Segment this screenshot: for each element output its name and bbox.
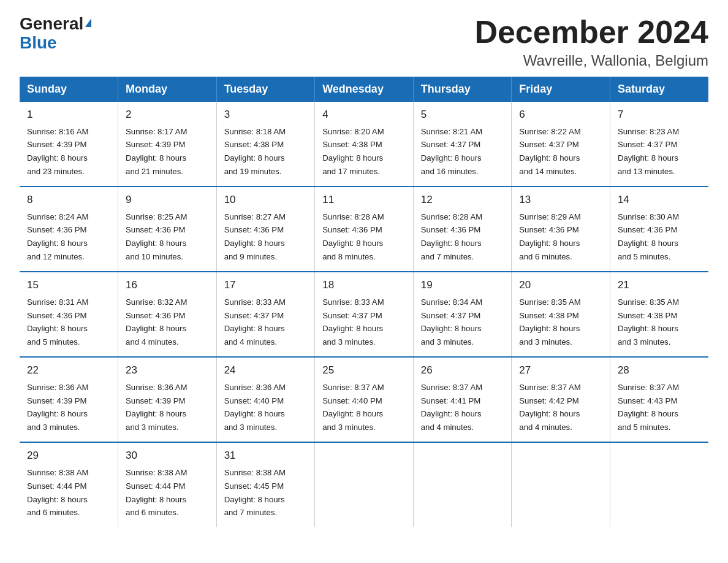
table-row: 14 Sunrise: 8:30 AMSunset: 4:36 PMDaylig… bbox=[610, 186, 708, 272]
day-info: Sunrise: 8:28 AMSunset: 4:36 PMDaylight:… bbox=[421, 212, 482, 262]
day-number: 22 bbox=[27, 362, 112, 378]
calendar-week-row: 8 Sunrise: 8:24 AMSunset: 4:36 PMDayligh… bbox=[20, 186, 708, 272]
table-row: 24 Sunrise: 8:36 AMSunset: 4:40 PMDaylig… bbox=[216, 357, 315, 442]
col-friday: Friday bbox=[512, 77, 610, 102]
table-row bbox=[413, 442, 512, 527]
calendar-header-row: Sunday Monday Tuesday Wednesday Thursday… bbox=[20, 77, 708, 102]
table-row: 2 Sunrise: 8:17 AMSunset: 4:39 PMDayligh… bbox=[118, 102, 217, 186]
logo: General Blue bbox=[20, 15, 91, 53]
day-number: 3 bbox=[224, 107, 309, 123]
table-row: 17 Sunrise: 8:33 AMSunset: 4:37 PMDaylig… bbox=[216, 272, 315, 357]
table-row: 13 Sunrise: 8:29 AMSunset: 4:36 PMDaylig… bbox=[512, 186, 610, 272]
table-row: 11 Sunrise: 8:28 AMSunset: 4:36 PMDaylig… bbox=[315, 186, 414, 272]
calendar-subtitle: Wavreille, Wallonia, Belgium bbox=[474, 52, 708, 69]
table-row: 23 Sunrise: 8:36 AMSunset: 4:39 PMDaylig… bbox=[118, 357, 217, 442]
page: General Blue December 2024 Wavreille, Wa… bbox=[0, 0, 728, 542]
day-info: Sunrise: 8:20 AMSunset: 4:38 PMDaylight:… bbox=[322, 127, 384, 177]
day-number: 25 bbox=[322, 362, 407, 378]
table-row bbox=[315, 442, 414, 527]
day-info: Sunrise: 8:37 AMSunset: 4:43 PMDaylight:… bbox=[618, 383, 679, 432]
day-number: 21 bbox=[618, 277, 702, 293]
table-row: 3 Sunrise: 8:18 AMSunset: 4:38 PMDayligh… bbox=[216, 102, 315, 186]
day-info: Sunrise: 8:36 AMSunset: 4:39 PMDaylight:… bbox=[126, 383, 187, 432]
day-number: 19 bbox=[421, 277, 506, 293]
day-info: Sunrise: 8:25 AMSunset: 4:36 PMDaylight:… bbox=[126, 212, 187, 262]
logo-general: General bbox=[20, 14, 83, 33]
table-row: 25 Sunrise: 8:37 AMSunset: 4:40 PMDaylig… bbox=[315, 357, 414, 442]
table-row: 10 Sunrise: 8:27 AMSunset: 4:36 PMDaylig… bbox=[216, 186, 315, 272]
day-info: Sunrise: 8:37 AMSunset: 4:42 PMDaylight:… bbox=[519, 383, 580, 432]
day-info: Sunrise: 8:27 AMSunset: 4:36 PMDaylight:… bbox=[224, 212, 286, 262]
day-number: 2 bbox=[126, 107, 210, 123]
day-info: Sunrise: 8:21 AMSunset: 4:37 PMDaylight:… bbox=[421, 127, 482, 177]
day-info: Sunrise: 8:38 AMSunset: 4:44 PMDaylight:… bbox=[27, 468, 88, 518]
day-info: Sunrise: 8:36 AMSunset: 4:39 PMDaylight:… bbox=[27, 383, 88, 432]
day-number: 5 bbox=[421, 107, 506, 123]
day-number: 12 bbox=[421, 192, 506, 208]
day-info: Sunrise: 8:35 AMSunset: 4:38 PMDaylight:… bbox=[618, 297, 679, 347]
table-row: 26 Sunrise: 8:37 AMSunset: 4:41 PMDaylig… bbox=[413, 357, 512, 442]
table-row: 27 Sunrise: 8:37 AMSunset: 4:42 PMDaylig… bbox=[512, 357, 610, 442]
calendar-week-row: 1 Sunrise: 8:16 AMSunset: 4:39 PMDayligh… bbox=[20, 102, 708, 186]
day-info: Sunrise: 8:32 AMSunset: 4:36 PMDaylight:… bbox=[126, 297, 187, 347]
day-info: Sunrise: 8:28 AMSunset: 4:36 PMDaylight:… bbox=[322, 212, 384, 262]
calendar-week-row: 29 Sunrise: 8:38 AMSunset: 4:44 PMDaylig… bbox=[20, 442, 708, 527]
logo-blue: Blue bbox=[20, 33, 57, 52]
day-number: 18 bbox=[322, 277, 407, 293]
day-info: Sunrise: 8:36 AMSunset: 4:40 PMDaylight:… bbox=[224, 383, 286, 432]
table-row: 7 Sunrise: 8:23 AMSunset: 4:37 PMDayligh… bbox=[610, 102, 708, 186]
day-number: 1 bbox=[27, 107, 112, 123]
logo-area: General Blue bbox=[20, 15, 91, 53]
table-row: 12 Sunrise: 8:28 AMSunset: 4:36 PMDaylig… bbox=[413, 186, 512, 272]
title-area: December 2024 Wavreille, Wallonia, Belgi… bbox=[474, 15, 708, 69]
day-number: 10 bbox=[224, 192, 309, 208]
table-row: 21 Sunrise: 8:35 AMSunset: 4:38 PMDaylig… bbox=[610, 272, 708, 357]
table-row: 5 Sunrise: 8:21 AMSunset: 4:37 PMDayligh… bbox=[413, 102, 512, 186]
table-row: 15 Sunrise: 8:31 AMSunset: 4:36 PMDaylig… bbox=[20, 272, 118, 357]
day-number: 8 bbox=[27, 192, 112, 208]
day-info: Sunrise: 8:31 AMSunset: 4:36 PMDaylight:… bbox=[27, 297, 88, 347]
table-row: 29 Sunrise: 8:38 AMSunset: 4:44 PMDaylig… bbox=[20, 442, 118, 527]
day-info: Sunrise: 8:35 AMSunset: 4:38 PMDaylight:… bbox=[519, 297, 580, 347]
calendar-week-row: 15 Sunrise: 8:31 AMSunset: 4:36 PMDaylig… bbox=[20, 272, 708, 357]
day-number: 28 bbox=[618, 362, 702, 378]
table-row: 30 Sunrise: 8:38 AMSunset: 4:44 PMDaylig… bbox=[118, 442, 217, 527]
table-row: 22 Sunrise: 8:36 AMSunset: 4:39 PMDaylig… bbox=[20, 357, 118, 442]
table-row bbox=[512, 442, 610, 527]
table-row: 6 Sunrise: 8:22 AMSunset: 4:37 PMDayligh… bbox=[512, 102, 610, 186]
table-row: 19 Sunrise: 8:34 AMSunset: 4:37 PMDaylig… bbox=[413, 272, 512, 357]
table-row: 16 Sunrise: 8:32 AMSunset: 4:36 PMDaylig… bbox=[118, 272, 217, 357]
day-number: 4 bbox=[322, 107, 407, 123]
day-number: 13 bbox=[519, 192, 604, 208]
day-info: Sunrise: 8:34 AMSunset: 4:37 PMDaylight:… bbox=[421, 297, 482, 347]
day-info: Sunrise: 8:33 AMSunset: 4:37 PMDaylight:… bbox=[224, 297, 286, 347]
table-row: 9 Sunrise: 8:25 AMSunset: 4:36 PMDayligh… bbox=[118, 186, 217, 272]
day-number: 30 bbox=[126, 448, 210, 464]
table-row: 28 Sunrise: 8:37 AMSunset: 4:43 PMDaylig… bbox=[610, 357, 708, 442]
day-info: Sunrise: 8:33 AMSunset: 4:37 PMDaylight:… bbox=[322, 297, 384, 347]
col-tuesday: Tuesday bbox=[216, 77, 315, 102]
logo-triangle-icon bbox=[85, 18, 91, 27]
day-info: Sunrise: 8:18 AMSunset: 4:38 PMDaylight:… bbox=[224, 127, 286, 177]
day-info: Sunrise: 8:24 AMSunset: 4:36 PMDaylight:… bbox=[27, 212, 88, 262]
header: General Blue December 2024 Wavreille, Wa… bbox=[20, 15, 708, 69]
col-sunday: Sunday bbox=[20, 77, 118, 102]
calendar-week-row: 22 Sunrise: 8:36 AMSunset: 4:39 PMDaylig… bbox=[20, 357, 708, 442]
table-row: 1 Sunrise: 8:16 AMSunset: 4:39 PMDayligh… bbox=[20, 102, 118, 186]
day-number: 20 bbox=[519, 277, 604, 293]
day-number: 16 bbox=[126, 277, 210, 293]
day-number: 7 bbox=[618, 107, 702, 123]
table-row bbox=[610, 442, 708, 527]
day-number: 31 bbox=[224, 448, 309, 464]
day-info: Sunrise: 8:16 AMSunset: 4:39 PMDaylight:… bbox=[27, 127, 88, 177]
table-row: 18 Sunrise: 8:33 AMSunset: 4:37 PMDaylig… bbox=[315, 272, 414, 357]
day-info: Sunrise: 8:22 AMSunset: 4:37 PMDaylight:… bbox=[519, 127, 580, 177]
day-info: Sunrise: 8:37 AMSunset: 4:40 PMDaylight:… bbox=[322, 383, 384, 432]
col-monday: Monday bbox=[118, 77, 217, 102]
day-info: Sunrise: 8:17 AMSunset: 4:39 PMDaylight:… bbox=[126, 127, 187, 177]
table-row: 31 Sunrise: 8:38 AMSunset: 4:45 PMDaylig… bbox=[216, 442, 315, 527]
day-number: 9 bbox=[126, 192, 210, 208]
table-row: 4 Sunrise: 8:20 AMSunset: 4:38 PMDayligh… bbox=[315, 102, 414, 186]
day-number: 14 bbox=[618, 192, 702, 208]
day-info: Sunrise: 8:37 AMSunset: 4:41 PMDaylight:… bbox=[421, 383, 482, 432]
